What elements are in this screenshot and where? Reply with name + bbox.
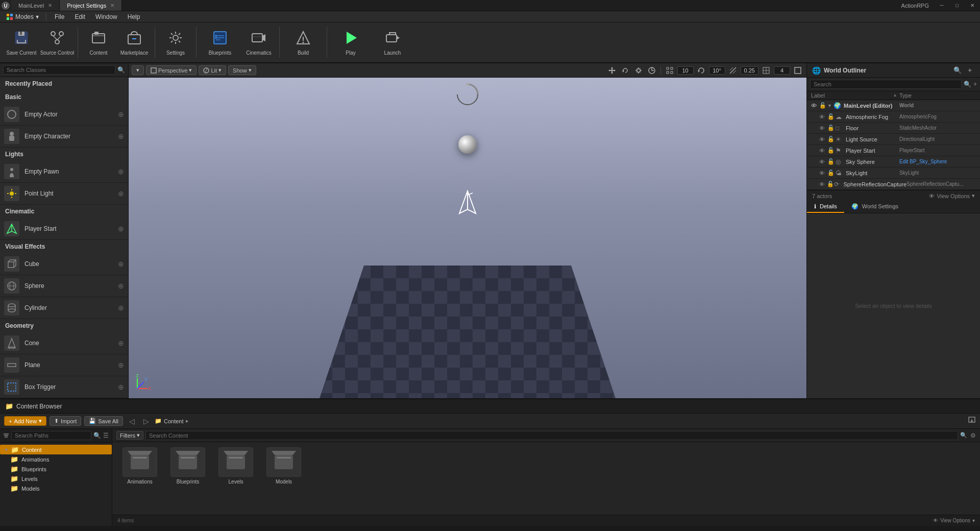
category-visual-effects[interactable]: Visual Effects (0, 240, 128, 253)
asset-animations[interactable]: Animations (119, 447, 160, 485)
tree-item-blueprints[interactable]: 📁 Blueprints (0, 464, 112, 474)
place-item-box-trigger[interactable]: Box Trigger ⊕ (0, 376, 128, 398)
place-item-cone[interactable]: Cone ⊕ (0, 332, 128, 354)
build-button[interactable]: Build (283, 24, 324, 61)
place-item-player-start[interactable]: Player Start ⊕ (0, 218, 128, 240)
asset-levels[interactable]: Levels (215, 447, 256, 485)
place-item-point-light[interactable]: Point Light ⊕ (0, 183, 128, 205)
content-button[interactable]: Content (81, 24, 116, 61)
add-new-button[interactable]: + Add New ▾ (4, 416, 46, 426)
menu-file[interactable]: File (50, 11, 69, 22)
tree-item-animations[interactable]: 📁 Animations (0, 454, 112, 464)
outliner-item-atm-fog[interactable]: 👁 🔓 ☁ Atmospheric Fog AtmosphericFog (807, 111, 980, 123)
place-item-cube[interactable]: Cube ⊕ (0, 253, 128, 275)
player-start-add[interactable]: ⊕ (118, 225, 124, 233)
vis-icon[interactable]: 👁 (819, 136, 827, 142)
view-options-button[interactable]: 👁 View Options ▾ (933, 518, 975, 523)
scale-snap-toggle[interactable] (727, 65, 739, 76)
marketplace-button[interactable]: Marketplace (117, 24, 152, 61)
outliner-search-input[interactable] (810, 80, 962, 89)
search-paths-input[interactable] (11, 431, 91, 440)
outliner-item-mainlevel[interactable]: 👁 🔓 ▼ 🌍 MainLevel (Editor) World (807, 100, 980, 111)
outliner-item-player-start[interactable]: 👁 🔓 ⚑ Player Start PlayerStart (807, 145, 980, 156)
tree-item-levels[interactable]: 📁 Levels (0, 474, 112, 484)
vis-icon[interactable]: 👁 (819, 159, 827, 165)
rotation-snap-value[interactable]: 10° (709, 66, 725, 75)
plane-add[interactable]: ⊕ (118, 361, 124, 369)
vis-icon[interactable]: 👁 (819, 148, 827, 154)
content-search-icon[interactable]: 🔍 (960, 432, 967, 439)
outliner-item-skylight[interactable]: 👁 🔓 🌤 SkyLight SkyLight (807, 167, 980, 179)
details-tab-details[interactable]: ℹ Details (807, 201, 844, 213)
category-geometry[interactable]: Geometry (0, 319, 128, 332)
rotate-mode-btn[interactable] (620, 65, 631, 76)
show-btn[interactable]: Show ▾ (228, 65, 256, 75)
filters-button[interactable]: Filters ▾ (116, 431, 143, 440)
lit-btn[interactable]: Lit ▾ (199, 65, 226, 75)
vis-icon[interactable]: 👁 (819, 181, 827, 187)
vis-icon[interactable]: 👁 (819, 114, 827, 120)
translate-mode-btn[interactable] (606, 65, 618, 76)
sphere-add[interactable]: ⊕ (118, 282, 124, 290)
place-item-plane[interactable]: Plane ⊕ (0, 354, 128, 376)
view-options-btn[interactable]: 👁 View Options ▾ (929, 192, 975, 199)
tree-item-content[interactable]: ▼ 📁 Content (0, 445, 112, 454)
path-arrow-btn[interactable]: ▸ (186, 418, 189, 424)
content-settings-btn[interactable]: ⚙ (970, 432, 976, 439)
tab-close-mainlevel[interactable]: ✕ (48, 3, 52, 8)
camera-speed-btn[interactable] (646, 65, 657, 76)
paths-search-icon[interactable]: 🔍 (93, 432, 101, 439)
category-basic[interactable]: Basic (0, 90, 128, 104)
nav-forward-button[interactable]: ▷ (140, 416, 152, 427)
tab-mainlevel[interactable]: MainLevel ✕ (11, 0, 60, 11)
launch-button[interactable]: Launch (372, 24, 413, 61)
vis-icon[interactable]: 👁 (819, 125, 827, 131)
menu-window[interactable]: Window (90, 11, 122, 22)
save-current-button[interactable]: Save Current (4, 24, 39, 61)
settings-button[interactable]: Settings (158, 24, 193, 61)
rotation-snap-toggle[interactable] (696, 65, 707, 76)
empty-actor-add[interactable]: ⊕ (118, 110, 124, 118)
close-button[interactable]: ✕ (965, 0, 980, 11)
viewport-dropdown-btn[interactable]: ▾ (132, 65, 144, 75)
grid-size-value[interactable]: 10 (677, 66, 694, 75)
outliner-item-sphere-reflection[interactable]: 👁 🔓 ⟳ SphereReflectionCapture SphereRefl… (807, 179, 980, 190)
settings-action-btn[interactable]: + (965, 65, 975, 76)
empty-character-add[interactable]: ⊕ (118, 132, 124, 140)
blueprints-button[interactable]: Blueprints (200, 24, 240, 61)
tab-close-project-settings[interactable]: ✕ (110, 3, 114, 8)
details-tab-world-settings[interactable]: 🌍 World Settings (844, 201, 905, 213)
cinematics-button[interactable]: Cinematics (241, 24, 276, 61)
search-classes-input[interactable] (3, 65, 115, 75)
category-lights[interactable]: Lights (0, 148, 128, 161)
outliner-item-light-source[interactable]: 👁 🔓 ☀ Light Source DirectionalLight (807, 134, 980, 145)
box-trigger-add[interactable]: ⊕ (118, 383, 124, 391)
tree-item-models[interactable]: 📁 Models (0, 484, 112, 493)
cone-add[interactable]: ⊕ (118, 339, 124, 347)
place-item-empty-pawn[interactable]: Empty Pawn ⊕ (0, 161, 128, 183)
category-recently-placed[interactable]: Recently Placed (0, 77, 128, 90)
grid-divisions-value[interactable]: 4 (774, 66, 790, 75)
source-control-button[interactable]: Source Control (40, 24, 75, 61)
asset-blueprints[interactable]: Blueprints (167, 447, 208, 485)
play-button[interactable]: Play (330, 24, 371, 61)
modes-button[interactable]: Modes ▾ (2, 13, 43, 20)
place-item-cylinder[interactable]: Cylinder ⊕ (0, 297, 128, 319)
category-cinematic[interactable]: Cinematic (0, 205, 128, 218)
maximize-button[interactable]: □ (949, 0, 965, 11)
place-item-sphere[interactable]: Sphere ⊕ (0, 275, 128, 297)
path-label[interactable]: Content (164, 418, 184, 424)
cb-export-btn[interactable] (968, 416, 976, 426)
sort-icon[interactable]: ▲ (893, 92, 897, 99)
scale-snap-value[interactable]: 0.25 (741, 66, 758, 75)
outliner-item-floor[interactable]: 👁 🔓 □ Floor StaticMeshActor (807, 123, 980, 134)
viewport-maximize-btn[interactable] (792, 65, 803, 76)
place-item-empty-actor[interactable]: Empty Actor ⊕ (0, 104, 128, 126)
import-button[interactable]: ⬆ Import (50, 416, 81, 426)
perspective-btn[interactable]: Perspective ▾ (146, 65, 197, 75)
tab-project-settings[interactable]: Project Settings ✕ (60, 0, 122, 11)
vis-icon[interactable]: 👁 (819, 170, 827, 176)
cylinder-add[interactable]: ⊕ (118, 304, 124, 312)
content-expand-arrow[interactable]: ▼ (4, 447, 9, 452)
cube-add[interactable]: ⊕ (118, 260, 124, 268)
